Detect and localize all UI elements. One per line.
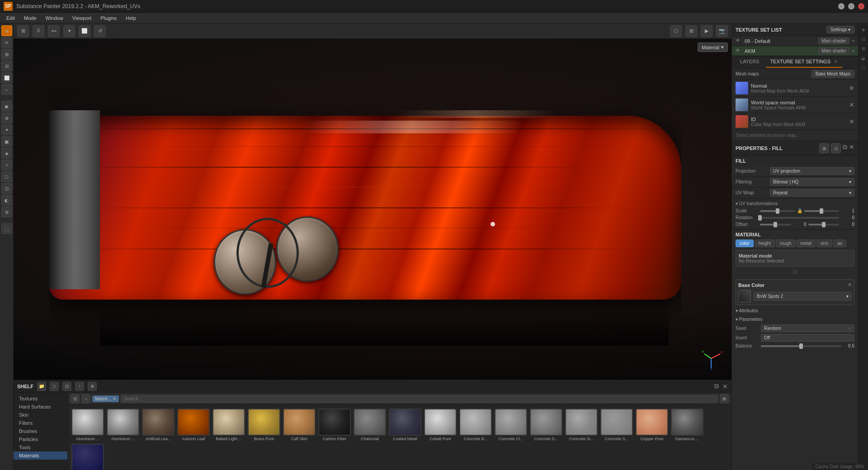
- offset-slider1[interactable]: [760, 224, 791, 226]
- param-seed-edit[interactable]: ✏: [848, 326, 851, 331]
- material-item[interactable]: Concrete S...: [600, 409, 633, 441]
- prop-icon1[interactable]: ⊞: [819, 143, 829, 153]
- rotation-slider[interactable]: [760, 217, 839, 219]
- shelf-nav-skin[interactable]: Skin: [14, 411, 67, 419]
- material-item[interactable]: Autumn Leaf: [177, 409, 210, 441]
- tab-settings-close[interactable]: ✕: [834, 59, 838, 64]
- ts-shader-akm[interactable]: Main shader: [818, 47, 849, 54]
- tool-6[interactable]: ↔: [1, 84, 12, 95]
- edge-btn-1[interactable]: ◈: [859, 25, 868, 33]
- mesh-map-id-remove[interactable]: ✕: [849, 118, 854, 125]
- toolbar-transform[interactable]: ✦: [63, 25, 75, 37]
- ts-eye-akm[interactable]: 👁: [736, 48, 742, 54]
- shelf-nav-tools[interactable]: Tools: [14, 443, 67, 451]
- mesh-map-world-remove[interactable]: ✕: [849, 101, 854, 108]
- material-item[interactable]: Chainmail: [354, 409, 386, 441]
- bc-close-btn[interactable]: ✕: [848, 282, 852, 288]
- tool-13[interactable]: ⬡: [1, 171, 12, 182]
- tab-layers[interactable]: LAYERS: [736, 56, 764, 68]
- shelf-nav-textures[interactable]: Textures: [14, 395, 67, 403]
- shelf-btn-import[interactable]: ⊕: [88, 382, 97, 391]
- shelf-circle-btn[interactable]: ○: [81, 394, 90, 403]
- params-toggle[interactable]: ▾ Parameters: [736, 317, 854, 322]
- maximize-button[interactable]: □: [848, 3, 854, 9]
- toolbar-align[interactable]: ⊷: [48, 25, 60, 37]
- mat-tab-ao[interactable]: ao: [833, 240, 846, 247]
- menu-edit[interactable]: Edit: [2, 14, 19, 22]
- toolbar-camera2[interactable]: ⊞: [685, 25, 697, 37]
- viewport[interactable]: X Y Z Material ▾: [14, 39, 731, 380]
- tool-15[interactable]: ◐: [1, 195, 12, 206]
- material-item[interactable]: Brass Pure: [248, 409, 280, 441]
- edge-btn-2[interactable]: ⊡: [859, 35, 868, 43]
- ts-eye-default[interactable]: 👁: [736, 38, 742, 44]
- attributes-toggle[interactable]: ▾ Attributes: [736, 308, 854, 313]
- shelf-float-btn[interactable]: ⧉: [714, 382, 719, 390]
- menu-plugins[interactable]: Plugins: [96, 14, 121, 22]
- shelf-search-input[interactable]: [121, 395, 718, 403]
- filtering-dropdown[interactable]: Bilinear | HQ ▾: [770, 178, 854, 186]
- tool-10[interactable]: ▣: [1, 136, 12, 147]
- shelf-filter-tag[interactable]: Materi... ✕: [92, 395, 119, 402]
- material-item[interactable]: Copper Pure: [636, 409, 668, 441]
- shelf-nav-hard[interactable]: Hard Surfaces: [14, 403, 67, 411]
- shelf-btn-tag[interactable]: ⊡: [62, 382, 71, 391]
- material-item[interactable]: Concrete D...: [530, 409, 562, 441]
- mat-tab-metal[interactable]: metal: [797, 240, 816, 247]
- tool-9[interactable]: ✦: [1, 124, 12, 135]
- ts-settings-btn[interactable]: Settings ▾: [826, 26, 854, 33]
- prop-float-btn[interactable]: ⧉: [843, 143, 847, 153]
- tool-select[interactable]: ⊕: [1, 25, 12, 36]
- viewport-mode-dropdown[interactable]: Material ▾: [698, 42, 728, 52]
- prop-icon2[interactable]: ◷: [831, 143, 841, 153]
- close-button[interactable]: ✕: [858, 3, 864, 9]
- shelf-grid-toggle[interactable]: ⊞: [720, 394, 729, 403]
- prop-close-btn[interactable]: ✕: [849, 143, 854, 153]
- material-item[interactable]: Concrete B...: [459, 409, 492, 441]
- uv-transform-title[interactable]: ▾ UV transformations: [736, 200, 854, 207]
- bc-dropdown[interactable]: BnW Spots 2 ▾: [754, 292, 852, 301]
- material-item[interactable]: Concrete Si...: [565, 409, 598, 441]
- toolbar-dots[interactable]: ⠿: [33, 25, 44, 37]
- mat-tab-nrm[interactable]: nrm: [816, 240, 832, 247]
- menu-mode[interactable]: Mode: [19, 14, 41, 22]
- shelf-close-btn[interactable]: ✕: [722, 383, 728, 390]
- menu-help[interactable]: Help: [121, 14, 141, 22]
- offset-slider2[interactable]: [808, 224, 840, 226]
- toolbar-grid[interactable]: ⊞: [17, 25, 29, 37]
- material-item[interactable]: Cobalt Pure: [424, 409, 457, 441]
- mat-tab-height[interactable]: height: [755, 240, 775, 247]
- mesh-map-normal-remove[interactable]: ✕: [849, 85, 854, 92]
- shelf-btn-pin[interactable]: ↑: [75, 382, 84, 391]
- toolbar-camera1[interactable]: ⬡: [670, 25, 682, 37]
- mat-tab-rough[interactable]: rough: [776, 240, 796, 247]
- material-item[interactable]: Artificial Lea...: [142, 409, 175, 441]
- menu-window[interactable]: Window: [41, 14, 68, 22]
- tool-17[interactable]: ⬚: [1, 223, 12, 234]
- toolbar-reset[interactable]: ↺: [94, 25, 106, 37]
- tool-12[interactable]: ✧: [1, 160, 12, 170]
- shelf-nav-materials[interactable]: Materials: [14, 451, 67, 460]
- menu-viewport[interactable]: Viewport: [68, 14, 96, 22]
- tool-5[interactable]: ⬜: [1, 72, 12, 83]
- shelf-nav-brushes[interactable]: Brushes: [14, 427, 67, 435]
- tag-remove-btn[interactable]: ✕: [113, 396, 116, 401]
- ts-shader-default[interactable]: Main shader: [818, 38, 849, 44]
- toolbar-snapshot[interactable]: 📷: [716, 25, 728, 37]
- scale-slider[interactable]: [760, 210, 795, 212]
- balance-slider[interactable]: [761, 345, 841, 347]
- material-item[interactable]: Concrete Cl...: [495, 409, 527, 441]
- shelf-nav-filters[interactable]: Filters: [14, 419, 67, 427]
- tool-14[interactable]: ⊡: [1, 183, 12, 194]
- ts-item-default[interactable]: 👁 09 - Default Main shader ▾: [732, 36, 858, 46]
- tool-7[interactable]: ◉: [1, 101, 12, 112]
- toolbar-frame[interactable]: ⬜: [79, 25, 90, 37]
- material-item[interactable]: Aluminium ...: [107, 409, 139, 441]
- shelf-btn-folder[interactable]: 📁: [37, 382, 46, 391]
- tool-16[interactable]: ⊛: [1, 207, 12, 217]
- bc-swatch[interactable]: [738, 290, 751, 302]
- tool-paint[interactable]: ✏: [1, 37, 12, 48]
- tab-texture-set-settings[interactable]: TEXTURE SET SETTINGS ✕: [766, 56, 843, 68]
- ts-item-akm[interactable]: 👁 AKM Main shader ▾: [732, 46, 858, 56]
- tool-8[interactable]: ⊕: [1, 113, 12, 123]
